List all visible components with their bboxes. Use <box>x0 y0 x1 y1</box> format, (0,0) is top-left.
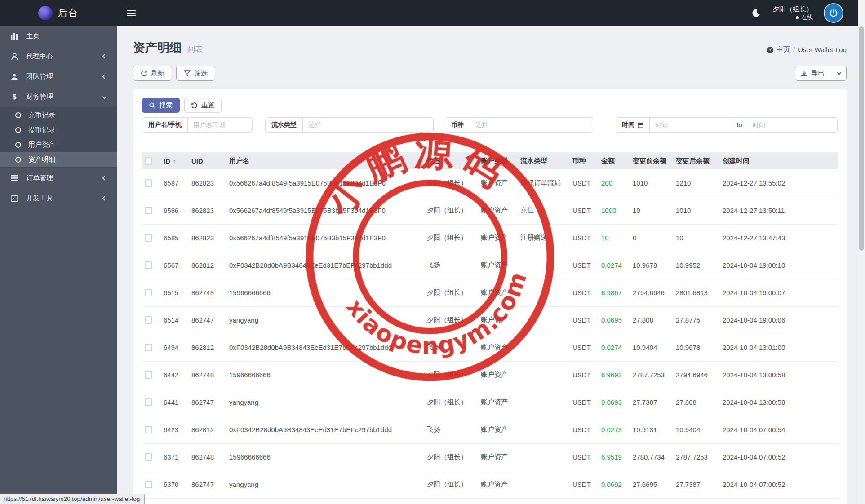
cell-username: yangyang <box>229 471 427 498</box>
sidebar-item-order-management[interactable]: 订单管理 <box>0 168 117 188</box>
cell-created-at: 2024-10-04 19:00:06 <box>723 306 838 334</box>
cell-created-at: 2024-10-04 07:00:54 <box>723 416 838 443</box>
chevron-down-icon <box>102 95 107 99</box>
cell-flow-type <box>520 471 572 498</box>
username-phone-input[interactable] <box>188 118 252 132</box>
cell-flow-type <box>520 389 572 416</box>
breadcrumb-home-link[interactable]: 主页 <box>767 45 790 54</box>
cell-account-type: 账户资产 <box>481 252 520 279</box>
flow-type-select[interactable]: 选择 <box>303 118 433 132</box>
cell-uid: 862748 <box>191 361 229 389</box>
cell-flow-type <box>520 416 572 443</box>
power-icon <box>829 8 838 18</box>
cell-created-at: 2024-10-04 13:01:00 <box>723 334 838 361</box>
row-checkbox[interactable] <box>145 371 152 379</box>
cell-created-at: 2024-10-04 13:00:58 <box>723 361 838 389</box>
cell-created-at: 2024-12-27 13:47:43 <box>723 224 838 252</box>
cell-after-balance: 27.8775 <box>676 306 723 334</box>
header-account-type: 账户类型 <box>481 152 520 169</box>
table-row: 65878628230x566267a4df8549f5a3915E075B3b… <box>142 169 838 197</box>
filter-username-group: 用户名/手机 <box>142 117 253 133</box>
cell-coin: USDT <box>572 224 601 252</box>
export-button[interactable]: 导出 <box>795 66 847 81</box>
select-all-checkbox[interactable] <box>145 157 152 165</box>
user-name: 夕阳（组长） <box>772 4 813 13</box>
row-checkbox[interactable] <box>145 398 152 406</box>
scrollbar-thumb[interactable] <box>859 26 864 251</box>
row-checkbox[interactable] <box>145 481 152 488</box>
cell-after-balance: 10.9952 <box>676 252 723 279</box>
cell-agent: 夕阳（组长） <box>427 169 481 197</box>
cell-amount: 200 <box>601 169 633 197</box>
sidebar-item-agent-center[interactable]: 代理中心 <box>0 46 117 66</box>
search-button[interactable]: 搜索 <box>142 98 180 113</box>
row-checkbox[interactable] <box>145 344 152 351</box>
circle-icon <box>15 157 21 163</box>
sidebar-item-user-assets[interactable]: 用户资产 <box>0 137 117 152</box>
cell-account-type: 账户资产 <box>481 361 520 389</box>
header-coin: 币种 <box>572 152 601 169</box>
header-amount: 金额 <box>601 152 633 169</box>
cell-username: yangyang <box>229 306 427 334</box>
cell-coin: USDT <box>572 279 601 306</box>
cell-amount: 1000 <box>601 197 633 224</box>
row-checkbox[interactable] <box>145 234 152 242</box>
header-username: 用户名 <box>229 152 427 169</box>
user-info[interactable]: 夕阳（组长） 在线 <box>772 4 813 22</box>
page-scrollbar[interactable] <box>858 0 865 504</box>
filter-button[interactable]: 筛选 <box>176 66 215 81</box>
cell-flow-type <box>520 443 572 471</box>
status-bar-url: https://517dl.haiwaiym20.top/admin/user-… <box>0 494 145 504</box>
cell-coin: USDT <box>572 471 601 498</box>
user-icon <box>10 53 19 60</box>
coin-select[interactable]: 选择 <box>470 118 593 132</box>
cell-before-balance: 27.6695 <box>633 471 676 498</box>
cell-id: 6587 <box>164 169 191 197</box>
row-checkbox[interactable] <box>145 316 152 324</box>
cell-flow-type <box>520 334 572 361</box>
cell-id: 6567 <box>164 252 191 279</box>
cell-username: 0xF0342B28d0bA9B34843EeEd31E7bEFc297bb1d… <box>229 416 427 443</box>
sidebar-item-deposit-records[interactable]: 充币记录 <box>0 108 117 123</box>
cell-uid: 862748 <box>191 279 229 306</box>
time-start-input[interactable] <box>650 118 731 132</box>
sidebar-item-home[interactable]: 主页 <box>0 26 117 46</box>
time-end-input[interactable] <box>747 118 837 132</box>
row-checkbox[interactable] <box>145 289 152 296</box>
sidebar-item-asset-details[interactable]: 资产明细 <box>0 152 117 167</box>
breadcrumb: 主页 / User-Wallet-Log <box>767 45 847 56</box>
sidebar-item-label: 提币记录 <box>28 126 55 134</box>
cell-amount: 0.0273 <box>601 416 633 443</box>
sidebar-item-label: 代理中心 <box>26 52 103 61</box>
cell-id: 6514 <box>164 306 191 334</box>
row-checkbox[interactable] <box>145 179 152 187</box>
header-id[interactable]: ID↑ <box>164 152 191 169</box>
dark-mode-moon-icon[interactable] <box>751 8 761 18</box>
cell-amount: 0.0695 <box>601 306 633 334</box>
cell-after-balance: 2794.6946 <box>676 361 723 389</box>
sidebar-toggle-icon[interactable] <box>127 10 136 16</box>
refresh-button[interactable]: 刷新 <box>133 66 172 81</box>
row-checkbox[interactable] <box>145 261 152 269</box>
avatar[interactable] <box>825 4 843 22</box>
cell-created-at: 2024-10-04 13:00:58 <box>723 389 838 416</box>
cell-flow-type: 充值 <box>520 197 572 224</box>
sidebar-item-label: 主页 <box>26 32 106 40</box>
brand[interactable]: 后台 <box>0 0 117 26</box>
cell-amount: 0.0692 <box>601 471 633 498</box>
cell-before-balance: 2787.7253 <box>633 361 676 389</box>
row-checkbox[interactable] <box>145 207 152 214</box>
sidebar-item-finance-management[interactable]: $ 财务管理 <box>0 87 117 107</box>
sidebar-item-team-management[interactable]: 团队管理 <box>0 66 117 87</box>
button-divider <box>832 69 832 78</box>
row-checkbox[interactable] <box>145 426 152 433</box>
cell-id: 6442 <box>164 361 191 389</box>
dashboard-icon <box>767 46 774 53</box>
sort-asc-icon: ↑ <box>173 158 176 165</box>
reset-button[interactable]: 重置 <box>184 98 222 113</box>
row-checkbox[interactable] <box>145 453 152 461</box>
cell-after-balance: 10.9404 <box>676 416 723 443</box>
sidebar-item-dev-tools[interactable]: 开发工具 <box>0 188 117 208</box>
cell-account-type: 账户资产 <box>481 334 520 361</box>
sidebar-item-withdraw-records[interactable]: 提币记录 <box>0 123 117 137</box>
